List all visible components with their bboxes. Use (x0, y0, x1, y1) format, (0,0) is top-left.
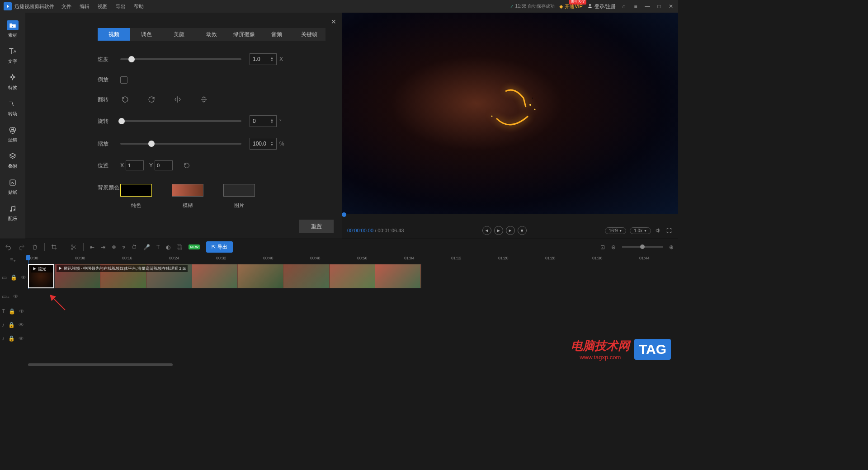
delete-icon[interactable] (32, 244, 38, 250)
tab-color[interactable]: 调色 (130, 28, 163, 41)
tab-video[interactable]: 视频 (98, 28, 130, 41)
next-frame-button[interactable]: ► (506, 226, 515, 235)
login-button[interactable]: 登录/注册 (587, 3, 616, 10)
trim-start-icon[interactable]: ⇤ (90, 244, 94, 250)
sidebar-item-transition[interactable]: 转场 (0, 95, 25, 121)
close-window-icon[interactable]: ✕ (667, 3, 675, 10)
tab-beauty[interactable]: 美颜 (163, 28, 195, 41)
position-x-input[interactable] (126, 160, 144, 170)
text-track-icon[interactable]: T (2, 308, 5, 315)
clip-selected[interactable]: ▶ 流光倒... (28, 264, 54, 288)
playback-rate-select[interactable]: 1.0x▼ (630, 227, 651, 234)
close-icon[interactable]: ✕ (331, 18, 336, 25)
reverse-checkbox[interactable] (120, 76, 127, 84)
speed-slider[interactable] (120, 58, 241, 60)
lock-icon[interactable]: 🔒 (10, 274, 17, 281)
split-icon[interactable] (71, 244, 77, 250)
position-y-input[interactable] (155, 160, 173, 170)
spinner-icon[interactable]: ▲▼ (270, 56, 274, 62)
flip-vertical-icon[interactable] (199, 94, 209, 104)
scroll-thumb[interactable] (28, 363, 173, 366)
clip[interactable]: ▶ 腾讯视频 - 中国领先的在线视频媒体平台,海量高清视频在线观看 2.ts (54, 264, 421, 288)
spinner-icon[interactable]: ▲▼ (270, 141, 274, 146)
audio-track-icon[interactable]: ♪ (2, 335, 5, 342)
prev-frame-button[interactable]: ◄ (482, 226, 491, 235)
undo-icon[interactable] (5, 244, 12, 251)
menu-export[interactable]: 导出 (116, 3, 126, 10)
fullscreen-icon[interactable] (665, 227, 673, 234)
scrub-head[interactable] (342, 212, 346, 217)
text-tool-icon[interactable]: T (156, 244, 160, 250)
sidebar-item-effects[interactable]: 特效 (0, 69, 25, 95)
eye-icon[interactable]: 👁 (19, 308, 24, 315)
sidebar-item-text[interactable]: TA 文字 (0, 42, 25, 69)
menu-edit[interactable]: 编辑 (80, 3, 90, 10)
overlay-track-icon[interactable]: ▭₊ (2, 293, 9, 300)
bg-solid-swatch[interactable] (120, 184, 152, 197)
lock-icon[interactable]: 🔒 (8, 335, 15, 342)
preview-scrubber[interactable] (342, 214, 678, 222)
sidebar-item-sticker[interactable]: 贴纸 (0, 174, 25, 200)
lock-icon[interactable]: 🔒 (8, 322, 15, 328)
reset-button[interactable]: 重置 (299, 220, 334, 233)
redo-icon[interactable] (18, 244, 25, 251)
freeze-frame-icon[interactable]: ❄ (112, 244, 116, 250)
stop-button[interactable]: ■ (518, 226, 527, 235)
vip-button[interactable]: ◆ 开通VIP 周年大促 (559, 3, 583, 10)
tracks-area[interactable]: ▶ 流光倒... ▶ 腾讯视频 - 中国领先的在线视频媒体平台,海量高清视频在线… (28, 264, 678, 289)
rotate-slider[interactable] (120, 120, 241, 122)
menu-help[interactable]: 帮助 (134, 3, 144, 10)
eye-icon[interactable]: 👁 (21, 274, 26, 281)
tab-keyframe[interactable]: 关键帧 (293, 28, 326, 41)
flip-horizontal-icon[interactable] (173, 94, 183, 104)
sidebar-item-music[interactable]: 配乐 (0, 200, 25, 226)
sidebar-item-material[interactable]: 素材 (0, 16, 25, 42)
export-button[interactable]: ⇱ 导出 (206, 241, 233, 253)
menu-view[interactable]: 视图 (98, 3, 108, 10)
eye-icon[interactable]: 👁 (13, 293, 19, 300)
volume-icon[interactable] (655, 227, 662, 234)
preview-video[interactable] (342, 13, 678, 214)
menu-file[interactable]: 文件 (61, 3, 71, 10)
lock-icon[interactable]: 🔒 (9, 308, 15, 315)
rotate-ccw-icon[interactable] (120, 94, 130, 104)
timeline-menu-icon[interactable]: ≡₊ (10, 257, 16, 263)
speed-icon[interactable]: ⏱ (132, 244, 137, 250)
maximize-icon[interactable]: □ (656, 3, 663, 10)
audio-track-icon[interactable]: ♪ (2, 322, 5, 328)
home-icon[interactable]: ⌂ (620, 3, 627, 10)
voice-icon[interactable]: 🎤 (143, 244, 150, 250)
zoom-in-icon[interactable]: ⊕ (669, 244, 674, 250)
spinner-icon[interactable]: ▲▼ (270, 118, 274, 124)
mask-icon[interactable]: ◐ (166, 244, 170, 250)
video-track[interactable]: ▶ 流光倒... ▶ 腾讯视频 - 中国领先的在线视频媒体平台,海量高清视频在线… (28, 264, 678, 289)
zoom-out-icon[interactable]: ⊖ (611, 244, 616, 250)
sidebar-item-filter[interactable]: 滤镜 (0, 121, 25, 147)
zoom-slider[interactable] (622, 246, 663, 248)
marker-icon[interactable]: ▿ (123, 244, 125, 250)
rotate-cw-icon[interactable] (146, 94, 156, 104)
fit-icon[interactable]: ⊡ (600, 244, 605, 250)
scale-slider[interactable] (120, 143, 241, 145)
rotate-input[interactable]: 0 ▲▼ (250, 115, 277, 127)
tab-greenscreen[interactable]: 绿屏抠像 (228, 28, 260, 41)
tab-audio[interactable]: 音频 (260, 28, 293, 41)
timeline-scrollbar[interactable] (28, 363, 676, 367)
scale-input[interactable]: 100.0 ▲▼ (250, 138, 277, 150)
bg-blur-swatch[interactable] (172, 184, 203, 197)
bg-image-swatch[interactable] (223, 184, 255, 197)
menu-icon[interactable]: ≡ (632, 3, 639, 10)
play-button[interactable]: ▶ (494, 226, 503, 235)
sidebar-item-overlay[interactable]: 叠附 (0, 147, 25, 174)
minimize-icon[interactable]: — (644, 3, 651, 10)
tab-motion[interactable]: 动效 (195, 28, 228, 41)
eye-icon[interactable]: 👁 (19, 322, 24, 328)
aspect-ratio-select[interactable]: 16:9▼ (605, 227, 626, 234)
time-ruler[interactable]: 00:00 00:08 00:16 00:24 00:32 00:40 00:4… (28, 255, 678, 264)
video-track-icon[interactable]: ▭ (2, 274, 7, 281)
trim-end-icon[interactable]: ⇥ (101, 244, 105, 250)
eye-icon[interactable]: 👁 (19, 335, 24, 342)
reset-position-icon[interactable] (182, 160, 192, 170)
copy-icon[interactable]: ⿻ (177, 244, 182, 250)
speed-input[interactable]: 1.0 ▲▼ (250, 53, 277, 65)
